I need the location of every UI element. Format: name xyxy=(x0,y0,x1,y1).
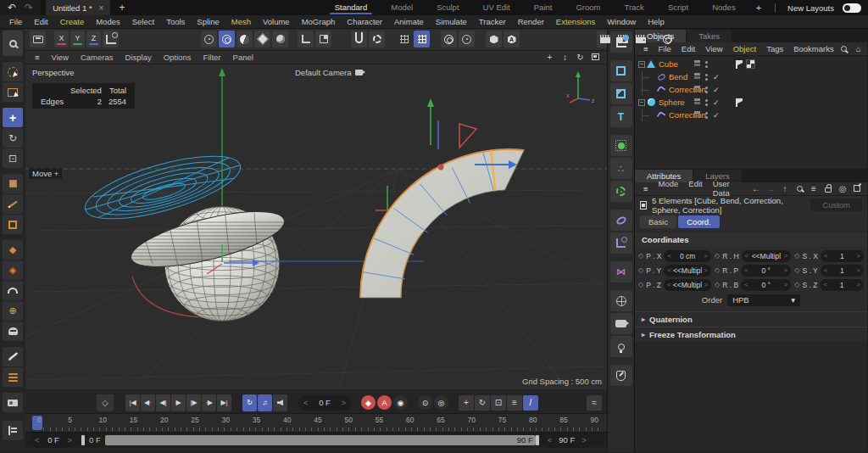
layout-tab[interactable]: Track xyxy=(612,0,655,15)
play-button[interactable]: ▶ xyxy=(171,394,186,411)
visibility-dots[interactable] xyxy=(705,74,708,81)
enable-axis-button[interactable]: ⊕ xyxy=(3,301,23,321)
axis-target-button[interactable] xyxy=(459,31,475,48)
range-right-handle[interactable] xyxy=(536,435,539,445)
speaker-button[interactable] xyxy=(273,394,287,411)
model-selection-button[interactable] xyxy=(219,31,235,48)
polygon-mode-button[interactable] xyxy=(3,215,23,234)
coordinates-section-header[interactable]: Coordinates xyxy=(635,232,867,247)
order-dropdown[interactable]: HPB ▾ xyxy=(727,294,800,306)
tweak-mode-button[interactable] xyxy=(201,31,217,48)
decrement-arrow[interactable]: < xyxy=(744,266,748,274)
decrement-arrow[interactable]: < xyxy=(744,281,748,288)
menu-item[interactable]: Create xyxy=(54,17,91,26)
bend-deformer-button[interactable] xyxy=(610,210,632,231)
increment-arrow[interactable]: > xyxy=(784,252,788,260)
object-mode-button[interactable]: ◈ xyxy=(3,260,23,280)
link-diamond-icon[interactable]: ◇ xyxy=(794,281,799,288)
light-object-button[interactable] xyxy=(610,336,632,357)
document-tab[interactable]: Untitled 1 * × xyxy=(46,0,110,15)
axis-center-button[interactable] xyxy=(441,31,457,48)
coordinate-value[interactable]: 0 ° xyxy=(761,281,771,289)
menu-item[interactable]: MoGraph xyxy=(296,17,342,26)
coordinate-field[interactable]: < 1 > xyxy=(821,265,864,277)
texture-tag-icon[interactable] xyxy=(747,60,754,68)
collapsed-section[interactable]: ▸ Quaternion xyxy=(635,311,867,327)
collapse-icon[interactable]: − xyxy=(638,99,645,106)
tree-row-cube[interactable]: − Cube xyxy=(635,58,867,70)
viewport-menu-item[interactable]: Panel xyxy=(227,53,259,62)
uv-point-button[interactable] xyxy=(272,31,288,48)
workplane-mode-button[interactable] xyxy=(3,281,23,300)
visibility-dots[interactable] xyxy=(705,99,708,106)
decrement-arrow[interactable]: < xyxy=(667,266,671,274)
snap-button[interactable] xyxy=(351,31,367,48)
range-end-field[interactable]: < 90 F > xyxy=(542,433,592,448)
annotation-button[interactable]: A xyxy=(504,31,520,48)
object-label[interactable]: Cube xyxy=(659,59,678,69)
objects-menu-item[interactable]: Object xyxy=(728,44,761,53)
edge-mode-button[interactable] xyxy=(3,194,23,214)
enabled-check-icon[interactable]: ✓ xyxy=(713,73,720,81)
increment-arrow[interactable]: > xyxy=(784,281,788,288)
enabled-check-icon[interactable]: ✓ xyxy=(713,111,720,120)
rectangle-selection-button[interactable] xyxy=(3,82,23,102)
range-start-up[interactable]: > xyxy=(68,436,72,445)
coordinate-value[interactable]: <<Multipl xyxy=(673,266,703,275)
decrement-arrow[interactable]: < xyxy=(824,266,828,274)
collapse-icon[interactable]: − xyxy=(638,61,645,68)
phong-tag-icon[interactable] xyxy=(735,98,743,107)
ngon-button[interactable] xyxy=(486,31,502,48)
record-parameter-button[interactable]: ≡ xyxy=(507,395,522,411)
current-frame-field[interactable]: < 0 F > xyxy=(298,395,351,411)
prev-frame-button[interactable]: ◀| xyxy=(156,394,170,411)
snap-settings-button[interactable] xyxy=(369,31,385,48)
menu-item[interactable]: File xyxy=(3,17,28,26)
range-start-field[interactable]: < 0 F > xyxy=(30,433,77,448)
decrement-arrow[interactable]: < xyxy=(667,252,671,260)
history-back-icon[interactable]: ← xyxy=(751,183,761,193)
fcurve-button[interactable]: ≈ xyxy=(587,395,602,411)
band-axis-gizmo[interactable] xyxy=(376,186,387,210)
lock-icon[interactable] xyxy=(823,183,833,193)
camera-object-button[interactable] xyxy=(610,313,632,334)
track-icon[interactable]: ◎ xyxy=(837,183,848,193)
plane-primitive-button[interactable] xyxy=(610,60,632,81)
redo-icon[interactable]: ↷ xyxy=(20,2,37,14)
play-mode-button[interactable]: ↻ xyxy=(242,394,257,411)
link-diamond-icon[interactable]: ◇ xyxy=(715,266,720,274)
tree-row-bend[interactable]: Bend ✓ xyxy=(635,70,867,83)
coordinate-value[interactable]: <<Multipl xyxy=(673,281,703,289)
coordinate-value[interactable]: 1 xyxy=(840,281,844,289)
coordinate-value[interactable]: 0 cm xyxy=(680,252,695,260)
layer-icon[interactable] xyxy=(694,86,700,93)
layout-tab[interactable]: Model xyxy=(379,0,425,15)
objects-panel-tab[interactable]: Takes xyxy=(687,30,732,42)
decrement-arrow[interactable]: < xyxy=(667,281,671,288)
objects-menu-item[interactable]: Bookmarks xyxy=(788,44,839,53)
attribute-subtab[interactable]: Coord. xyxy=(678,215,720,228)
coordinate-value[interactable]: 0 ° xyxy=(761,266,771,275)
menu-item[interactable]: Animate xyxy=(388,17,430,26)
subdivision-surface-button[interactable] xyxy=(610,135,632,156)
axis-lock-button[interactable]: Y xyxy=(70,31,85,48)
enabled-check-icon[interactable]: ✓ xyxy=(713,86,720,94)
increment-arrow[interactable]: > xyxy=(856,281,860,288)
menu-item[interactable]: Character xyxy=(341,17,388,26)
parent-up-icon[interactable]: ↑ xyxy=(780,183,790,193)
rotate-tool-button[interactable]: ↻ xyxy=(3,128,23,148)
coordinate-field[interactable]: < 1 > xyxy=(820,279,864,291)
objects-menu-item[interactable]: Edit xyxy=(676,44,700,53)
play-sound-button[interactable]: ♫ xyxy=(258,394,272,411)
frame-down-arrow[interactable]: < xyxy=(303,399,308,407)
increment-arrow[interactable]: > xyxy=(856,252,860,260)
link-diamond-icon[interactable]: ◇ xyxy=(638,252,643,260)
objects-home-icon[interactable]: ⌂ xyxy=(854,44,864,54)
zoom-view-icon[interactable]: ↕ xyxy=(559,52,571,63)
record-pla-button[interactable]: / xyxy=(523,395,538,411)
coordinate-field[interactable]: < 1 > xyxy=(821,250,864,262)
live-selection-button[interactable] xyxy=(3,62,23,81)
viewport-menu-item[interactable]: Cameras xyxy=(75,53,120,62)
objects-menu-item[interactable]: View xyxy=(700,44,727,53)
tree-row-sphere[interactable]: − Sphere ✓ xyxy=(635,96,867,109)
